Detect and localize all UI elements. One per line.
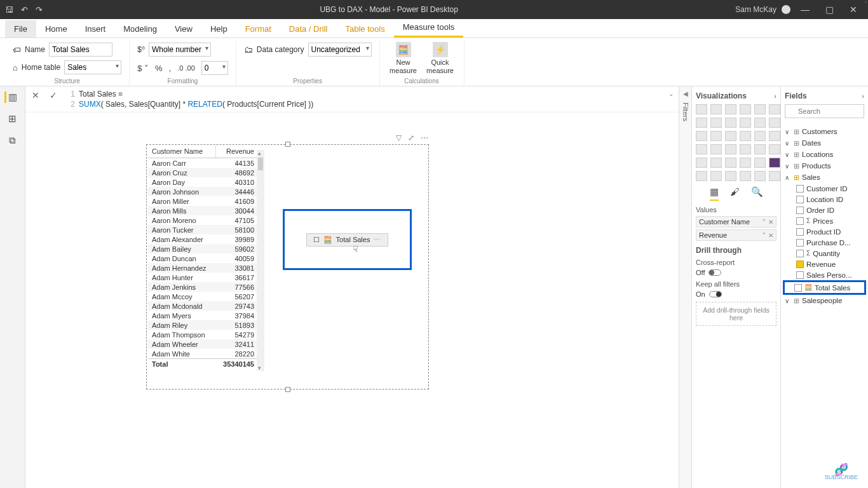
table-row[interactable]: Aaron Tucker58100	[148, 225, 258, 234]
field-item[interactable]: Purchase D...	[785, 237, 864, 248]
table-row[interactable]: Adam Alexander39989	[148, 234, 258, 244]
table-row[interactable]: Aaron Miller41609	[148, 196, 258, 206]
table-row[interactable]: Aaron Day40310	[148, 177, 258, 187]
tab-table-tools[interactable]: Table tools	[336, 20, 393, 37]
tab-insert[interactable]: Insert	[76, 20, 115, 37]
table-row[interactable]: Adam Hunter36617	[148, 273, 258, 282]
viz-type-icon[interactable]	[725, 144, 736, 154]
focus-icon[interactable]: ⤢	[408, 133, 414, 142]
table-scrollbar[interactable]: ▴▾	[257, 150, 264, 371]
table-row[interactable]: Adam Bailey59602	[148, 244, 258, 254]
table-node[interactable]: ∨⊞Locations	[785, 149, 864, 160]
tab-home[interactable]: Home	[36, 20, 76, 37]
table-row[interactable]: Adam White28220	[148, 349, 258, 359]
viz-type-icon[interactable]	[740, 144, 751, 154]
viz-type-icon[interactable]	[740, 158, 751, 168]
formula-cancel[interactable]: ✕	[29, 89, 42, 102]
tab-modeling[interactable]: Modeling	[114, 20, 166, 37]
viz-type-icon[interactable]	[710, 118, 722, 128]
quick-measure-button[interactable]: ⚡ Quick measure	[424, 42, 456, 75]
field-item[interactable]: ΣQuantity	[785, 248, 864, 259]
field-item[interactable]: Order ID	[785, 205, 864, 215]
table-row[interactable]: Adam Hernandez33081	[148, 263, 258, 273]
data-view-icon[interactable]: ⊞	[7, 113, 18, 125]
tab-view[interactable]: View	[166, 20, 201, 37]
field-item[interactable]: Customer ID	[785, 183, 864, 194]
viz-type-icon[interactable]	[696, 118, 707, 128]
table-node-salespeople[interactable]: ∨⊞Salespeople	[785, 295, 864, 306]
table-row[interactable]: Adam Mcdonald29743	[148, 301, 258, 311]
viz-type-icon[interactable]	[754, 144, 766, 154]
field-item[interactable]: Location ID	[785, 194, 864, 205]
table-row[interactable]: Aaron Cruz48692	[148, 168, 258, 177]
viz-type-icon[interactable]	[710, 171, 722, 181]
undo-icon[interactable]: ↶	[21, 5, 28, 15]
user-avatar[interactable]	[782, 5, 790, 14]
viz-type-icon[interactable]	[710, 144, 722, 154]
fields-pane-collapse[interactable]: ›	[862, 92, 864, 100]
viz-type-icon[interactable]	[769, 118, 780, 128]
viz-type-icon[interactable]	[754, 171, 766, 181]
value-field-revenue[interactable]: Revenue˅✕	[696, 229, 776, 241]
viz-type-icon[interactable]	[769, 104, 780, 114]
table-row[interactable]: Aaron Johnson34446	[148, 187, 258, 196]
tab-file[interactable]: File	[5, 20, 36, 37]
viz-type-icon[interactable]	[754, 104, 766, 114]
ribbon-collapse[interactable]: ˆ	[865, 1, 867, 8]
field-item[interactable]: Sales Perso...	[785, 269, 864, 280]
viz-type-icon[interactable]	[754, 158, 766, 168]
currency-button[interactable]: $ ˅	[137, 64, 149, 73]
table-row[interactable]: Adam Myers37984	[148, 311, 258, 320]
table-node[interactable]: ∨⊞Dates	[785, 137, 864, 149]
viz-type-icon[interactable]	[696, 131, 707, 141]
table-row[interactable]: Aaron Moreno47105	[148, 215, 258, 225]
viz-type-icon[interactable]	[740, 131, 751, 141]
value-field-customer[interactable]: Customer Name˅✕	[696, 216, 776, 227]
viz-type-icon[interactable]	[769, 158, 780, 168]
field-total-sales[interactable]: 🧮Total Sales	[783, 280, 866, 295]
drill-through-well[interactable]: Add drill-through fields here	[696, 302, 776, 326]
resize-handle-top[interactable]	[285, 142, 290, 147]
report-canvas[interactable]: ▽ ⤢ ⋯ Customer NameRevenueAaron Carr4413…	[25, 112, 679, 488]
viz-type-icon[interactable]	[740, 118, 751, 128]
table-row[interactable]: Aaron Mills30044	[148, 206, 258, 215]
format-select[interactable]	[149, 43, 211, 57]
viz-type-icon[interactable]	[696, 158, 707, 168]
table-row[interactable]: Adam Thompson54279	[148, 330, 258, 339]
table-row[interactable]: Adam Duncan40059	[148, 254, 258, 263]
formula-text[interactable]: 1Total Sales = 2SUMX( Sales, Sales[Quant…	[65, 89, 662, 109]
table-row[interactable]: Aaron Carr44135	[148, 158, 258, 168]
fields-search-input[interactable]	[785, 104, 864, 118]
subscribe-badge[interactable]: 🧬SUBSCRIBE	[825, 465, 858, 480]
vis-pane-collapse[interactable]: ›	[774, 92, 776, 100]
field-item[interactable]: Revenue	[785, 259, 864, 269]
viz-type-icon[interactable]	[725, 118, 736, 128]
table-row[interactable]: Adam Jenkins77566	[148, 282, 258, 292]
viz-type-icon[interactable]	[769, 144, 780, 154]
table-node[interactable]: ∨⊞Customers	[785, 126, 864, 137]
table-row[interactable]: Adam Riley51893	[148, 320, 258, 330]
maximize-button[interactable]: ▢	[820, 4, 839, 15]
table-header[interactable]: Customer Name	[148, 145, 215, 158]
viz-type-icon[interactable]	[725, 158, 736, 168]
filter-icon[interactable]: ▽	[396, 133, 402, 142]
new-visual-drop-target[interactable]: ☐ 🧮 Total Sales ⋯	[283, 209, 412, 270]
viz-type-icon[interactable]	[725, 104, 736, 114]
new-measure-button[interactable]: 🧮 New measure	[388, 42, 419, 75]
viz-type-icon[interactable]	[740, 171, 751, 181]
analytics-tab-icon[interactable]: 🔍	[751, 186, 763, 201]
viz-type-icon[interactable]	[710, 104, 722, 114]
measure-name-input[interactable]	[49, 43, 112, 57]
format-tab-icon[interactable]: 🖌	[730, 186, 740, 201]
viz-type-icon[interactable]	[696, 104, 707, 114]
cross-report-toggle[interactable]	[709, 269, 721, 276]
report-view-icon[interactable]: ▥	[4, 92, 16, 103]
viz-type-icon[interactable]	[710, 131, 722, 141]
table-row[interactable]: Adam Wheeler32411	[148, 339, 258, 349]
drag-field-chip[interactable]: ☐ 🧮 Total Sales ⋯	[306, 233, 389, 247]
comma-button[interactable]: ,	[169, 64, 172, 73]
viz-type-icon[interactable]	[696, 144, 707, 154]
tab-measure-tools[interactable]: Measure tools	[394, 18, 464, 37]
formula-commit[interactable]: ✓	[47, 89, 60, 102]
resize-handle-bottom[interactable]	[285, 387, 290, 392]
